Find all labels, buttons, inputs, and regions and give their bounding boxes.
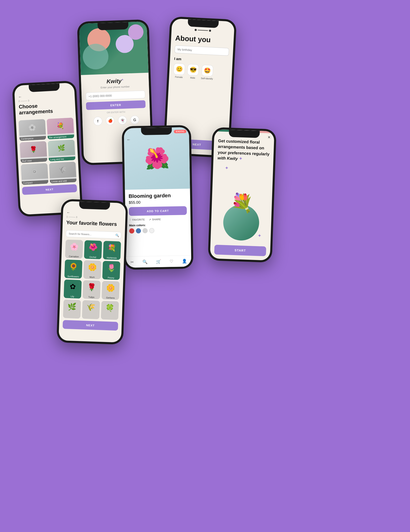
longlow-label: Long and low [49, 156, 76, 161]
i-am-label: I am [174, 57, 229, 64]
promo-screen: ✕ Get customized floral arrangements bas… [210, 129, 274, 260]
phone-promo: ✕ Get customized floral arrangements bas… [208, 127, 276, 263]
promo-main-text: Get customized floral arrangements based… [218, 139, 269, 156]
flower-orchid[interactable]: 🌺 Orchid [84, 240, 102, 259]
promo-brand: with Kwity [218, 156, 238, 161]
prog-line [198, 30, 208, 31]
centerpiece-label: Centerpiece [19, 136, 46, 141]
login-body: Kwity+ Enter your phone number ENTER OR … [81, 73, 150, 130]
flower-hortensia[interactable]: 💐 Hortensia [103, 241, 121, 260]
phone-product: ← EXOTIC 🌺 Blooming garden $55.00 ADD TO… [122, 125, 193, 270]
flower-sunflower[interactable]: 🌻 Sunflowers [64, 259, 82, 278]
arrangement-bud[interactable]: 🌹 Bud vase [20, 141, 47, 163]
phone-input[interactable] [86, 91, 145, 100]
star-icon: ✦ [239, 157, 242, 161]
lily-img: ✿ [64, 279, 82, 293]
flower-peony[interactable]: 🌷 Peony [102, 261, 120, 280]
add-to-cart-button[interactable]: ADD TO CART [129, 206, 187, 216]
arrange-next-button[interactable]: NEXT [22, 184, 77, 195]
sparkle-1: ✦ [225, 165, 229, 171]
loosewild-img: 🌾 [49, 162, 76, 178]
flowers-next-button[interactable]: NEXT [63, 320, 118, 331]
tulips-img: 🌹 [83, 280, 101, 294]
self-identify-label: Self-identify [201, 77, 213, 80]
carnation-img: 🌸 [65, 239, 83, 253]
share-icon: ↗ [149, 218, 151, 221]
lily-label: Lily [64, 294, 81, 298]
color-white[interactable] [149, 228, 154, 233]
heart-icon: ♡ [129, 218, 131, 221]
product-back-button[interactable]: ← [127, 137, 131, 142]
apple-button[interactable]: 🍎 [106, 116, 115, 125]
promo-close-button[interactable]: ✕ [268, 135, 271, 139]
loosewild-label: Loose and wild [50, 178, 77, 183]
bar-img: 💐 [47, 118, 74, 134]
notch [229, 130, 260, 138]
flowers-title: Your favorite flowers [66, 219, 122, 227]
nav-profile-icon[interactable]: 👤 [182, 259, 187, 264]
google-button[interactable]: G [130, 115, 139, 124]
flower-mum[interactable]: 🌼 Mum [83, 260, 101, 279]
color-gray[interactable] [142, 228, 148, 233]
product-info: Blooming garden $55.00 ADD TO CART ♡ FAV… [125, 189, 191, 237]
arrangement-longlow[interactable]: 🌿 Long and low [48, 139, 75, 161]
flower-tulips[interactable]: 🌹 Tulips [83, 280, 100, 299]
sparkle-2: ✦ [258, 233, 262, 239]
gender-female[interactable]: 😊 Female [173, 63, 185, 79]
snapchat-button[interactable]: 👻 [118, 116, 127, 125]
flower-lily[interactable]: ✿ Lily [64, 279, 81, 298]
color-blue[interactable] [136, 228, 141, 233]
birthday-input[interactable] [175, 45, 229, 56]
more1-img: 🌿 [63, 299, 81, 313]
flower-carnation[interactable]: 🌸 Carnation [65, 239, 83, 258]
tulips-label: Tulips [83, 295, 100, 299]
facebook-button[interactable]: f [93, 117, 102, 126]
more1-label [63, 317, 80, 318]
product-flower-image: 🌺 [144, 146, 170, 171]
arrangement-bar[interactable]: 💐 Bar arrangement [47, 118, 74, 139]
arrangement-loosewild[interactable]: 🌾 Loose and wild [49, 162, 77, 183]
bubble-4 [128, 24, 144, 40]
color-red[interactable] [129, 228, 134, 234]
favorite-label: FAVORITE [132, 218, 145, 221]
longlow-img: 🌿 [48, 139, 75, 156]
more3-img: 🍀 [101, 301, 119, 315]
nav-search-icon[interactable]: 🔍 [142, 259, 147, 264]
nav-home-icon[interactable]: ✂ [130, 260, 134, 265]
mum-img: 🌼 [84, 260, 101, 274]
flower-gerbera[interactable]: 🌼 Gerbera [101, 281, 119, 300]
phone-flowers: ← 1 ——— 3 Your favorite flowers 🔍 🌸 Carn… [56, 199, 128, 345]
nav-heart-icon[interactable]: ♡ [170, 259, 173, 264]
social-buttons: f 🍎 👻 G [86, 115, 146, 126]
promo-start-button[interactable]: START [214, 245, 266, 256]
hortensia-img: 💐 [103, 241, 121, 255]
flower-more1[interactable]: 🌿 [63, 299, 81, 318]
flower-more3[interactable]: 🍀 [101, 301, 119, 320]
nav-cart-icon[interactable]: 🛒 [156, 259, 161, 264]
female-emoji: 😊 [173, 63, 185, 75]
arrangement-centerpiece[interactable]: 🌸 Centerpiece [18, 119, 46, 141]
progress-bar [176, 28, 230, 33]
share-action[interactable]: ↗ SHARE [149, 218, 161, 221]
more2-img: 🌾 [82, 300, 100, 314]
promo-bouquet-image: 💐 [230, 192, 253, 214]
arrangements-screen: ← 2 ——— 3 Choose arrangements 🌸 Centerpi… [14, 83, 81, 215]
flower-more2[interactable]: 🌾 [82, 300, 100, 319]
gender-self-identify[interactable]: 🤩 Self-identify [201, 65, 214, 80]
gender-male[interactable]: 😎 Male [187, 64, 199, 79]
enter-button[interactable]: ENTER [86, 100, 146, 110]
peony-label: Peony [102, 276, 120, 280]
centerpiece-img: 🌸 [18, 119, 46, 136]
promo-body: Get customized floral arrangements based… [210, 131, 274, 260]
carnation-label: Carnation [65, 254, 83, 258]
divider-text: OR ENTER WITH [86, 110, 146, 115]
male-label: Male [190, 76, 195, 79]
more3-label [101, 318, 118, 320]
favorite-action[interactable]: ♡ FAVORITE [129, 218, 145, 221]
female-label: Female [175, 76, 183, 79]
flowers-screen: ← 1 ——— 3 Your favorite flowers 🔍 🌸 Carn… [59, 201, 126, 343]
self-identify-emoji: 🤩 [201, 65, 213, 76]
flowers-back-button[interactable]: ← [67, 210, 122, 216]
promo-text: Get customized floral arrangements based… [218, 138, 270, 163]
arrangement-compact[interactable]: 🌼 Compact [21, 163, 48, 185]
